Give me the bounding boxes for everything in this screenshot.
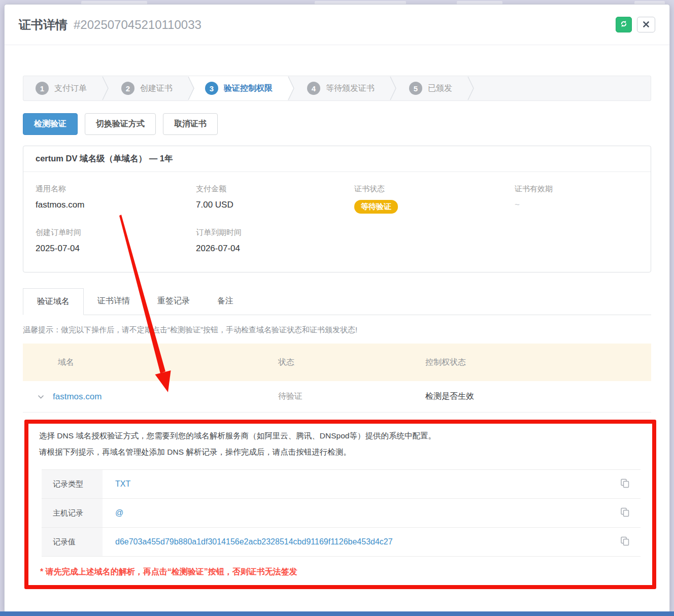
step-separator (102, 76, 109, 100)
record-type-row: 记录类型 TXT (42, 470, 641, 499)
col-status: 状态 (278, 357, 425, 368)
certificate-detail-dialog: 证书详情 #202507045210110033 (4, 4, 670, 613)
switch-verification-button[interactable]: 切换验证方式 (85, 113, 156, 135)
dns-record-table: 记录类型 TXT 主机记录 @ (42, 469, 641, 557)
step-separator (390, 76, 397, 100)
step-create-cert: 2 创建证书 (109, 76, 188, 100)
progress-steps: 1 支付订单 2 创建证书 3 验证控制权限 4 等待颁发证书 5 已颁发 (23, 76, 651, 101)
step-verify-control: 3 验证控制权限 (188, 76, 288, 100)
step-number: 5 (409, 82, 422, 95)
step-separator (467, 76, 475, 100)
copy-record-type-button[interactable] (609, 470, 641, 498)
refresh-icon (619, 19, 628, 30)
field-cert-validity: 证书有效期 ~ (515, 184, 638, 214)
step-number: 1 (36, 82, 49, 95)
product-name: certum DV 域名级（单域名） — 1年 (23, 146, 651, 172)
cancel-certificate-button[interactable]: 取消证书 (163, 113, 218, 135)
order-id: #202507045210110033 (74, 18, 201, 32)
domain-table-header: 域名 状态 控制权状态 (23, 344, 651, 381)
tab-cert-detail[interactable]: 证书详情 (84, 288, 144, 315)
tab-verify-domain[interactable]: 验证域名 (23, 288, 84, 315)
step-pay-order: 1 支付订单 (23, 76, 102, 100)
field-order-expire: 订单到期时间 2026-07-04 (196, 228, 354, 254)
record-type-label: 记录类型 (42, 470, 103, 498)
col-domain: 域名 (23, 357, 278, 368)
control-status: 检测是否生效 (425, 391, 651, 402)
step-number: 3 (205, 82, 218, 95)
field-payment-amount: 支付金额 7.00 USD (196, 184, 354, 214)
dns-warning-text: * 请先完成上述域名的解析，再点击“检测验证”按钮，否则证书无法签发 (40, 567, 651, 577)
reminder-text: 温馨提示：做完以下操作后，请不定期点击“检测验证”按钮，手动检查域名验证状态和证… (23, 315, 651, 344)
copy-icon (620, 536, 630, 549)
domain-link[interactable]: fastmos.com (53, 392, 102, 402)
domain-table-row: fastmos.com 待验证 检测是否生效 (23, 381, 651, 413)
step-issued: 5 已颁发 (397, 76, 467, 100)
check-verification-button[interactable]: 检测验证 (23, 113, 78, 135)
dns-instruction-line2: 请根据下列提示，再域名管理处添加 DNS 解析记录，操作完成后，请点击按钮进行检… (39, 444, 651, 460)
host-record-value: @ (103, 499, 609, 527)
record-value-value: d6e703a455d79b880a1df3014156e2acb2328514… (103, 528, 609, 556)
step-number: 4 (307, 82, 320, 95)
step-separator (288, 76, 295, 100)
field-order-created: 创建订单时间 2025-07-04 (36, 228, 196, 254)
copy-icon (620, 507, 630, 520)
tab-reissue-record[interactable]: 重签记录 (144, 288, 204, 315)
dns-verification-panel: 选择 DNS 域名授权验证方式，您需要到您的域名解析服务商（如阿里云、腾讯、DN… (23, 413, 651, 577)
refresh-button[interactable] (616, 17, 632, 32)
close-button[interactable] (637, 17, 655, 32)
tab-remark[interactable]: 备注 (204, 288, 247, 315)
field-common-name: 通用名称 fastmos.com (36, 184, 196, 214)
step-separator (188, 76, 195, 100)
col-control-status: 控制权状态 (425, 357, 651, 368)
host-record-label: 主机记录 (42, 499, 103, 527)
record-value-label: 记录值 (42, 528, 103, 556)
detail-tabs: 验证域名 证书详情 重签记录 备注 (23, 288, 651, 315)
close-icon (643, 20, 649, 29)
copy-icon (620, 478, 630, 491)
dialog-title: 证书详情 (19, 17, 68, 33)
step-number: 2 (121, 82, 134, 95)
dialog-header: 证书详情 #202507045210110033 (5, 5, 669, 45)
record-type-value: TXT (103, 470, 609, 498)
expand-chevron-down-icon[interactable] (38, 392, 44, 401)
step-wait-issue: 4 等待颁发证书 (295, 76, 390, 100)
domain-status: 待验证 (278, 391, 425, 402)
certificate-info-card: certum DV 域名级（单域名） — 1年 通用名称 fastmos.com… (23, 146, 651, 272)
record-value-row: 记录值 d6e703a455d79b880a1df3014156e2acb232… (42, 528, 641, 557)
copy-host-record-button[interactable] (609, 499, 641, 527)
page-bottom-strip (0, 611, 674, 616)
copy-record-value-button[interactable] (609, 528, 641, 556)
status-badge: 等待验证 (354, 200, 398, 214)
field-cert-status: 证书状态 等待验证 (354, 184, 515, 214)
dns-instruction-line1: 选择 DNS 域名授权验证方式，您需要到您的域名解析服务商（如阿里云、腾讯、DN… (39, 428, 651, 444)
host-record-row: 主机记录 @ (42, 499, 641, 528)
